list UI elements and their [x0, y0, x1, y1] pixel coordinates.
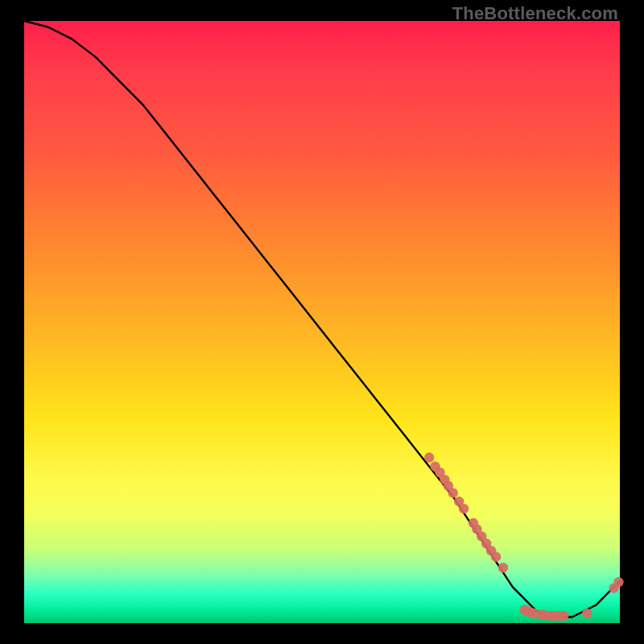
data-point — [459, 504, 469, 514]
data-point — [424, 452, 434, 462]
chart-svg — [24, 21, 620, 623]
data-point — [582, 609, 592, 618]
curve-markers — [424, 452, 624, 621]
data-point — [613, 577, 623, 587]
bottleneck-curve — [24, 21, 620, 617]
data-point — [498, 563, 508, 572]
data-point — [559, 611, 568, 621]
plot-area — [24, 21, 620, 623]
data-point — [491, 552, 501, 562]
data-point — [448, 488, 458, 497]
chart-frame: TheBottleneck.com — [0, 0, 644, 644]
